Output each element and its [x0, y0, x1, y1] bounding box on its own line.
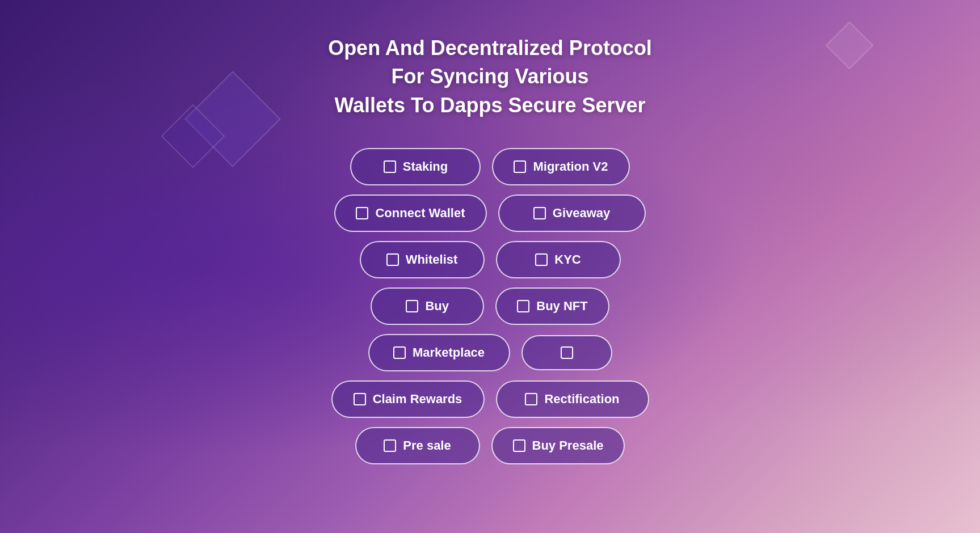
- buy-nft-label: Buy NFT: [536, 299, 587, 314]
- page-title: Open And Decentralized Protocol For Sync…: [328, 34, 652, 120]
- title-line-2: For Syncing Various: [328, 62, 652, 91]
- connect-wallet-checkbox: [356, 207, 368, 219]
- empty-checkbox: [561, 346, 573, 359]
- whitelist-checkbox: [386, 253, 399, 266]
- pre-sale-checkbox: [384, 439, 396, 452]
- connect-wallet-label: Connect Wallet: [375, 206, 465, 221]
- buy-checkbox: [406, 300, 418, 312]
- marketplace-label: Marketplace: [413, 345, 485, 360]
- button-row-2: Connect Wallet Giveaway: [334, 194, 645, 232]
- buy-button[interactable]: Buy: [371, 287, 484, 325]
- claim-rewards-label: Claim Rewards: [373, 392, 462, 407]
- kyc-checkbox: [535, 253, 548, 266]
- button-row-7: Pre sale Buy Presale: [355, 427, 625, 464]
- options-grid: Staking Migration V2 Connect Wallet Give…: [331, 148, 649, 464]
- rectification-label: Rectification: [544, 392, 619, 407]
- whitelist-button[interactable]: Whitelist: [360, 241, 485, 278]
- title-line-1: Open And Decentralized Protocol: [328, 34, 652, 62]
- marketplace-button[interactable]: Marketplace: [368, 334, 510, 371]
- claim-rewards-checkbox: [354, 393, 366, 405]
- giveaway-checkbox: [533, 207, 546, 219]
- staking-checkbox: [384, 160, 396, 173]
- rectification-button[interactable]: Rectification: [496, 380, 649, 418]
- button-row-5: Marketplace: [368, 334, 612, 371]
- buy-nft-checkbox: [517, 300, 529, 312]
- button-row-6: Claim Rewards Rectification: [331, 380, 649, 418]
- buy-nft-button[interactable]: Buy NFT: [495, 287, 609, 325]
- marketplace-checkbox: [393, 346, 406, 359]
- kyc-label: KYC: [554, 252, 581, 267]
- buy-label: Buy: [425, 299, 449, 314]
- migration-v2-checkbox: [514, 160, 526, 173]
- migration-v2-button[interactable]: Migration V2: [492, 148, 629, 185]
- buy-presale-label: Buy Presale: [532, 438, 604, 453]
- migration-v2-label: Migration V2: [533, 159, 608, 174]
- staking-button[interactable]: Staking: [350, 148, 481, 185]
- giveaway-label: Giveaway: [553, 206, 611, 221]
- kyc-button[interactable]: KYC: [496, 241, 621, 278]
- giveaway-button[interactable]: Giveaway: [498, 194, 646, 232]
- staking-label: Staking: [403, 159, 448, 174]
- pre-sale-button[interactable]: Pre sale: [355, 427, 480, 464]
- buy-presale-checkbox: [513, 439, 525, 452]
- title-line-3: Wallets To Dapps Secure Server: [328, 91, 652, 120]
- claim-rewards-button[interactable]: Claim Rewards: [331, 380, 485, 418]
- whitelist-label: Whitelist: [406, 252, 458, 267]
- rectification-checkbox: [525, 393, 537, 405]
- main-content: Open And Decentralized Protocol For Sync…: [0, 0, 980, 464]
- pre-sale-label: Pre sale: [403, 438, 451, 453]
- connect-wallet-button[interactable]: Connect Wallet: [334, 194, 486, 232]
- button-row-1: Staking Migration V2: [350, 148, 629, 185]
- empty-button[interactable]: [521, 335, 612, 370]
- buy-presale-button[interactable]: Buy Presale: [491, 427, 625, 464]
- button-row-4: Buy Buy NFT: [371, 287, 609, 325]
- button-row-3: Whitelist KYC: [360, 241, 621, 278]
